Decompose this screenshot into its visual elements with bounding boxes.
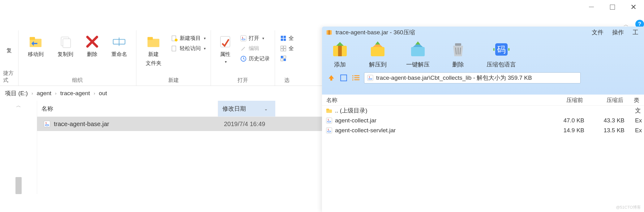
invert-selection-icon [280, 55, 287, 62]
file-list: 名称 修改日期 ⌄ trace-agent-base.jar 2019/7/4 … [37, 101, 322, 194]
column-name[interactable]: 名称 [322, 96, 550, 104]
maximize-button[interactable] [602, 0, 623, 14]
menu-file[interactable]: 文件 [592, 28, 603, 36]
up-button[interactable] [327, 74, 336, 82]
select-none-button[interactable]: 全 [278, 44, 296, 53]
new-folder-button[interactable]: 新建 文件夹 [140, 33, 167, 69]
zip-column-headers[interactable]: 名称 压缩前 压缩后 类 [322, 95, 644, 106]
easy-access-button[interactable]: 轻松访问 ▾ [169, 44, 208, 53]
breadcrumb[interactable]: 项目 (E:) › agent › trace-agent › out [0, 86, 322, 101]
svg-rect-33 [371, 47, 384, 56]
path-input[interactable]: trace-agent-base.jar\Cbt_collects_lib - … [364, 72, 581, 83]
label: 添加 [334, 61, 346, 69]
size-after: 43.3 KB [592, 117, 632, 124]
zip-titlebar[interactable]: trace-agent-base.jar - 360压缩 文件 操作 工 [322, 27, 644, 38]
label: 复制到 [58, 51, 73, 58]
rename-button[interactable]: 重命名 [105, 33, 133, 60]
delete-button[interactable]: 删除 [81, 33, 103, 60]
add-button[interactable]: 添加 [331, 40, 349, 69]
new-folder-icon [146, 35, 161, 49]
menu-tools[interactable]: 工 [633, 28, 638, 36]
list-item[interactable]: agent-collect-servlet.jar 14.9 KB 13.5 K… [322, 125, 644, 135]
column-after[interactable]: 压缩后 [590, 96, 631, 104]
partial-group-label: 捷方式 [3, 68, 15, 84]
ribbon-group-organize: 移动到 复制到 删除 重命名 组织 [19, 30, 136, 86]
size-before: 47.0 KB [552, 117, 592, 124]
extract-to-button[interactable]: 解压到 [368, 40, 387, 69]
svg-rect-24 [284, 59, 286, 61]
window-controls: ✕ [581, 0, 644, 14]
properties-button[interactable]: 属性 ▾ [214, 33, 236, 66]
open-button[interactable]: 打开 ▾ [238, 34, 272, 42]
breadcrumb-item[interactable]: trace-agent [59, 89, 91, 97]
minimize-button[interactable] [581, 0, 602, 14]
select-all-button[interactable]: 全 [278, 34, 296, 42]
breadcrumb-item[interactable]: 项目 (E:) [4, 89, 29, 98]
edit-button[interactable]: 编辑 [238, 44, 272, 53]
folder-copy-icon [58, 35, 72, 49]
arrow-up-icon [327, 74, 335, 82]
svg-rect-35 [455, 43, 461, 46]
nav-pane[interactable]: ︿ [0, 101, 37, 194]
label: 历史记录 [249, 55, 270, 62]
label: 一键解压 [406, 61, 430, 69]
column-type[interactable]: 类 [631, 96, 644, 104]
column-headers[interactable]: 名称 修改日期 ⌄ [37, 101, 322, 117]
svg-rect-45 [354, 77, 359, 78]
svg-rect-32 [338, 46, 342, 56]
svg-rect-20 [284, 46, 286, 48]
svg-rect-12 [241, 35, 246, 41]
ribbon-group-open: 属性 ▾ 打开 ▾ 编辑 历史记录 [211, 30, 275, 86]
column-modified[interactable]: 修改日期 ⌄ [218, 101, 275, 117]
list-item[interactable]: trace-agent-base.jar 2019/7/4 16:49 [37, 117, 322, 131]
view-icons-button[interactable] [339, 74, 348, 82]
copy-to-button[interactable]: 复制到 [51, 33, 79, 60]
java-icon [240, 35, 247, 42]
java-jar-icon [326, 117, 333, 124]
svg-rect-18 [284, 38, 286, 40]
chevron-up-icon[interactable]: ︿ [16, 103, 21, 109]
new-item-button[interactable]: 新建项目 ▾ [169, 34, 208, 42]
rename-icon [112, 35, 126, 49]
view-list-button[interactable] [352, 74, 360, 82]
extract-to-icon [368, 40, 387, 59]
invert-selection-button[interactable] [278, 54, 296, 62]
file-name: agent-collect.jar [335, 117, 552, 124]
group-label: 组织 [22, 75, 133, 84]
chevron-down-icon: ▾ [204, 36, 206, 40]
file-name: trace-agent-base.jar [54, 121, 224, 128]
one-click-extract-button[interactable]: 一键解压 [406, 40, 430, 69]
java-jar-icon [43, 120, 51, 128]
chevron-down-icon[interactable]: ⌄ [264, 106, 268, 111]
breadcrumb-item[interactable]: agent [36, 89, 53, 97]
svg-rect-19 [281, 46, 283, 48]
ribbon-group-select-partial: 全 全 选 [275, 30, 299, 86]
list-item[interactable]: agent-collect.jar 47.0 KB 43.3 KB Ex [322, 116, 644, 125]
trash-icon [449, 40, 467, 59]
column-name[interactable]: 名称 [37, 105, 218, 113]
label: 打开 [249, 35, 259, 42]
svg-rect-52 [326, 118, 332, 123]
list-item[interactable]: .. (上级目录) 文 [322, 106, 644, 116]
svg-rect-21 [281, 49, 283, 51]
svg-rect-16 [284, 36, 286, 38]
explorer-window: 复 捷方式 移动到 复制到 删除 [0, 30, 322, 194]
zip-delete-button[interactable]: 删除 [449, 40, 467, 69]
list-icon [352, 74, 360, 82]
size-before: 14.9 KB [552, 127, 592, 134]
package-language-button[interactable]: 码 压缩包语言 [487, 40, 516, 69]
svg-rect-54 [326, 128, 332, 133]
breadcrumb-item[interactable]: out [98, 89, 108, 97]
scrollbar-thumb[interactable] [15, 177, 22, 194]
partial-label: 复 [6, 47, 12, 54]
close-button[interactable]: ✕ [623, 0, 644, 14]
label: 新建项目 [180, 35, 201, 42]
folder-move-icon [28, 35, 43, 49]
move-to-button[interactable]: 移动到 [22, 33, 49, 60]
file-type: Ex [632, 127, 644, 134]
label: 修改日期 [222, 105, 246, 113]
history-button[interactable]: 历史记录 [238, 54, 272, 63]
column-before[interactable]: 压缩前 [550, 96, 590, 104]
select-none-icon [280, 45, 287, 52]
menu-operate[interactable]: 操作 [612, 28, 624, 36]
